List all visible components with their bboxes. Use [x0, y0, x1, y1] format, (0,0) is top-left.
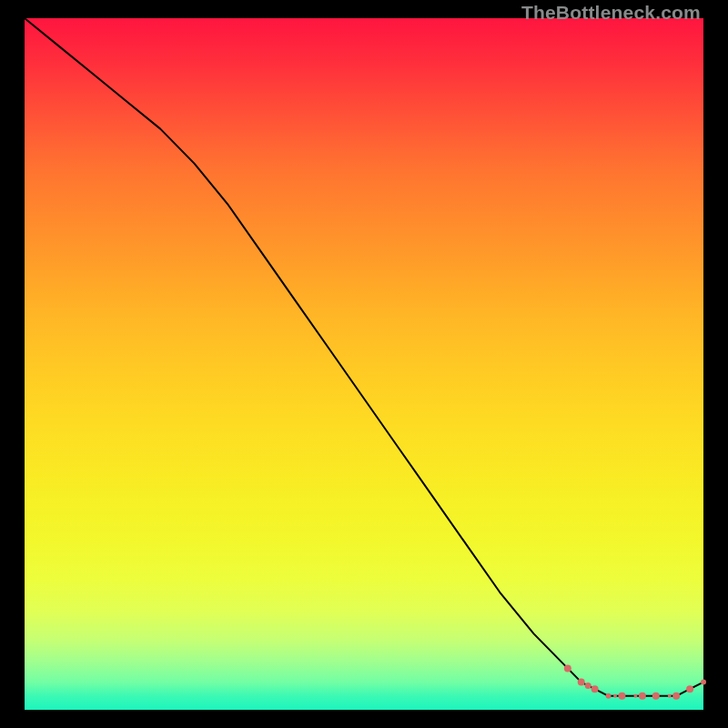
optimal-dot: [592, 685, 599, 693]
watermark-text: TheBottleneck.com: [521, 2, 701, 24]
optimal-dot: [668, 694, 672, 698]
optimal-dot: [618, 693, 625, 700]
plot-area: [25, 18, 703, 710]
optimal-dot: [701, 680, 706, 685]
optimal-dot: [633, 694, 637, 698]
optimal-range-dots: [564, 664, 706, 699]
optimal-dot: [585, 682, 592, 689]
optimal-dot: [686, 685, 693, 693]
chart-frame: TheBottleneck.com: [0, 0, 728, 728]
bottleneck-curve: [25, 18, 703, 696]
optimal-dot: [672, 693, 680, 700]
optimal-dot: [564, 664, 571, 672]
optimal-dot: [613, 694, 617, 698]
curve-layer: [25, 18, 703, 710]
optimal-dot: [606, 693, 612, 699]
optimal-dot: [652, 693, 660, 700]
optimal-dot: [639, 693, 646, 700]
optimal-dot: [578, 679, 585, 686]
